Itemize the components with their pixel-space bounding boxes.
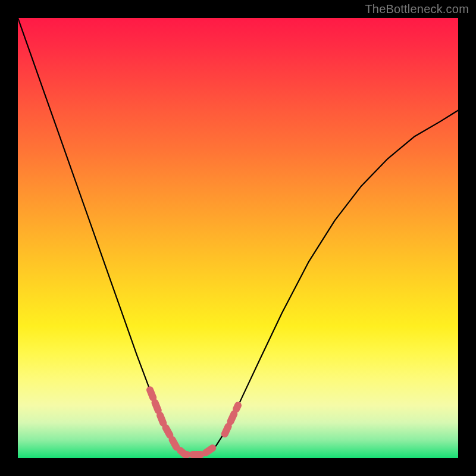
bottleneck-curve [18,18,458,455]
chart-stage: TheBottleneck.com [0,0,476,476]
curve-layer [18,18,458,458]
watermark-text: TheBottleneck.com [365,2,469,16]
valley-highlight-2 [225,405,238,434]
plot-area [18,18,458,458]
valley-highlight-1 [150,390,216,455]
